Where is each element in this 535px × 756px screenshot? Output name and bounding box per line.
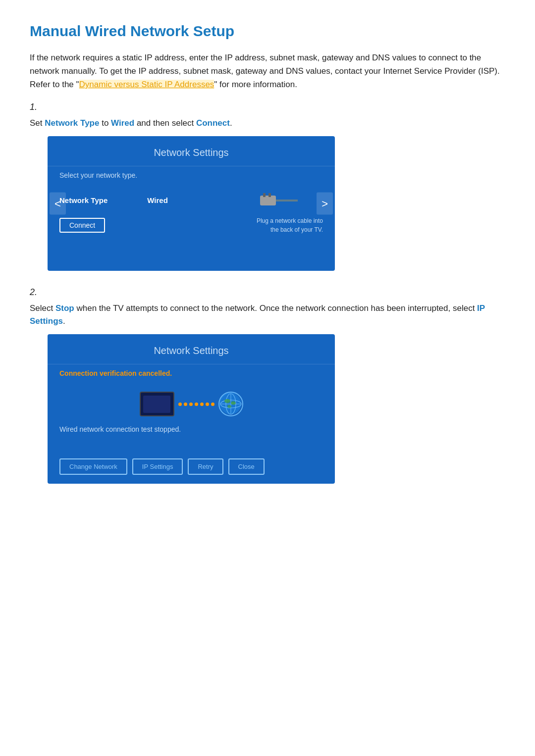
intro-paragraph: If the network requires a static IP addr…	[30, 51, 505, 92]
network-type-value: Wired	[147, 195, 235, 206]
nav-left-arrow[interactable]: <	[50, 193, 66, 215]
svg-point-10	[231, 402, 236, 405]
dot-7	[211, 403, 214, 406]
screen-1-title: Network Settings	[48, 136, 335, 166]
retry-button[interactable]: Retry	[188, 458, 223, 475]
step-1-number: 1.	[30, 101, 505, 114]
intro-text-end: " for more information.	[214, 80, 297, 89]
svg-rect-0	[260, 196, 276, 205]
step-2: 2. Select Stop when the TV attempts to c…	[30, 286, 505, 484]
cable-plug-icon	[259, 190, 299, 211]
cancelled-text: Connection verification cancelled.	[48, 368, 335, 384]
close-button[interactable]: Close	[228, 458, 265, 475]
tv-screen	[143, 396, 170, 413]
dot-3	[189, 403, 193, 406]
screen-1: Network Settings Select your network typ…	[48, 136, 335, 271]
dot-6	[206, 403, 209, 406]
dynamic-static-link[interactable]: Dynamic versus Static IP Addresses	[79, 80, 214, 89]
connection-diagram	[48, 384, 335, 424]
connect-inline: Connect	[196, 118, 230, 128]
step-1: 1. Set Network Type to Wired and then se…	[30, 101, 505, 271]
dot-2	[184, 403, 187, 406]
dotted-line	[174, 403, 218, 406]
change-network-button[interactable]: Change Network	[59, 458, 127, 475]
globe-svg	[219, 393, 242, 415]
nav-right-arrow[interactable]: >	[317, 193, 333, 215]
screen-1-subtitle: Select your network type.	[48, 170, 335, 186]
stop-inline: Stop	[55, 303, 74, 313]
dot-1	[178, 403, 182, 406]
globe-icon	[218, 392, 243, 416]
svg-point-11	[227, 405, 231, 408]
screen-2: Network Settings Connection verification…	[48, 334, 335, 484]
network-type-label: Network Type	[59, 195, 147, 206]
tv-icon	[140, 392, 174, 416]
wired-inline: Wired	[111, 118, 134, 128]
screen-2-buttons: Change Network IP Settings Retry Close	[48, 453, 335, 484]
connect-button[interactable]: Connect	[59, 218, 105, 233]
network-type-inline: Network Type	[45, 118, 99, 128]
page-title: Manual Wired Network Setup	[30, 20, 505, 42]
network-type-row: Network Type Wired	[48, 186, 335, 213]
dot-4	[195, 403, 198, 406]
status-text: Wired network connection test stopped.	[48, 424, 335, 443]
cable-icon-area	[235, 190, 323, 211]
svg-point-9	[224, 399, 230, 403]
ip-settings-button[interactable]: IP Settings	[132, 458, 183, 475]
screen-2-title: Network Settings	[48, 334, 335, 364]
step-1-desc: Set Network Type to Wired and then selec…	[30, 117, 505, 130]
svg-rect-1	[263, 193, 266, 197]
connect-button-row: Connect Plug a network cable intothe bac…	[48, 213, 335, 241]
cable-instruction-text: Plug a network cable intothe back of you…	[257, 216, 323, 234]
steps-list: 1. Set Network Type to Wired and then se…	[30, 101, 505, 484]
dot-5	[200, 403, 204, 406]
step-2-desc: Select Stop when the TV attempts to conn…	[30, 302, 505, 327]
svg-rect-2	[268, 193, 271, 197]
step-2-number: 2.	[30, 286, 505, 299]
